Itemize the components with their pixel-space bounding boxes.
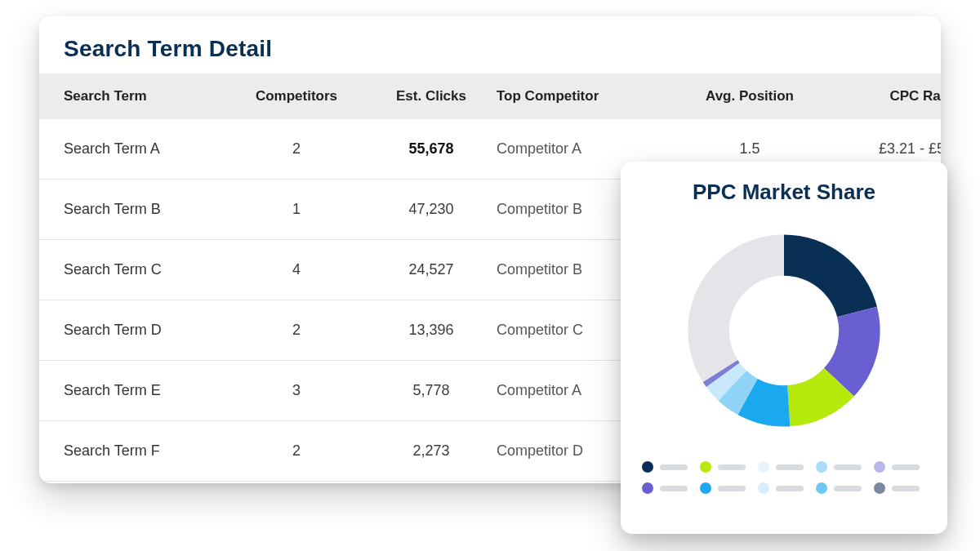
legend-swatch-icon — [700, 482, 711, 494]
cell-search-term: Search Term C — [64, 261, 227, 278]
legend-item[interactable] — [758, 461, 810, 473]
cell-competitors: 2 — [227, 442, 366, 460]
cell-competitors: 3 — [227, 382, 366, 399]
donut-slice — [784, 234, 877, 317]
cell-cpc-range: £3.21 - £5.84 — [823, 140, 941, 158]
table-header-row: Search Term Competitors Est. Clicks Top … — [39, 73, 941, 119]
legend-label-placeholder — [892, 464, 920, 470]
cell-est-clicks: 47,230 — [366, 201, 497, 218]
legend-label-placeholder — [776, 486, 804, 491]
legend-item[interactable] — [642, 461, 694, 473]
legend-item[interactable] — [700, 482, 752, 494]
legend-swatch-icon — [758, 482, 769, 494]
col-header-top-competitor: Top Competitor — [497, 88, 676, 104]
chart-legend — [637, 461, 931, 494]
cell-search-term: Search Term A — [64, 140, 227, 158]
legend-item[interactable] — [758, 482, 810, 494]
page-title: Search Term Detail — [39, 36, 941, 73]
legend-row — [642, 461, 926, 473]
chart-title: PPC Market Share — [693, 180, 875, 205]
legend-item[interactable] — [642, 482, 694, 494]
cell-search-term: Search Term F — [64, 442, 227, 460]
donut-slice — [688, 234, 784, 382]
cell-est-clicks: 55,678 — [366, 140, 497, 158]
donut-chart — [670, 216, 898, 445]
col-header-avg-position: Avg. Position — [676, 88, 823, 104]
legend-label-placeholder — [776, 464, 804, 470]
cell-est-clicks: 24,527 — [366, 261, 497, 278]
cell-competitors: 2 — [227, 140, 366, 158]
legend-label-placeholder — [892, 486, 920, 491]
legend-row — [642, 482, 926, 494]
cell-est-clicks: 2,273 — [366, 442, 497, 460]
cell-competitors: 4 — [227, 261, 366, 278]
col-header-competitors: Competitors — [227, 88, 366, 104]
legend-label-placeholder — [834, 486, 862, 491]
legend-item[interactable] — [700, 461, 752, 473]
legend-swatch-icon — [874, 461, 885, 473]
legend-swatch-icon — [816, 461, 827, 473]
cell-competitors: 1 — [227, 201, 366, 218]
cell-search-term: Search Term D — [64, 322, 227, 339]
legend-label-placeholder — [660, 486, 688, 491]
legend-item[interactable] — [874, 482, 926, 494]
legend-label-placeholder — [660, 464, 688, 470]
legend-swatch-icon — [642, 482, 653, 494]
legend-label-placeholder — [718, 486, 746, 491]
legend-item[interactable] — [874, 461, 926, 473]
legend-item[interactable] — [816, 461, 868, 473]
legend-swatch-icon — [874, 482, 885, 494]
col-header-est-clicks: Est. Clicks — [366, 88, 497, 104]
cell-est-clicks: 13,396 — [366, 322, 497, 339]
cell-est-clicks: 5,778 — [366, 382, 497, 399]
legend-item[interactable] — [816, 482, 868, 494]
col-header-cpc-range: CPC Range — [823, 88, 941, 104]
cell-search-term: Search Term B — [64, 201, 227, 218]
ppc-market-share-card: PPC Market Share — [621, 162, 947, 534]
legend-swatch-icon — [700, 461, 711, 473]
col-header-search-term: Search Term — [64, 88, 227, 104]
cell-search-term: Search Term E — [64, 382, 227, 399]
legend-swatch-icon — [642, 461, 653, 473]
legend-label-placeholder — [834, 464, 862, 470]
legend-label-placeholder — [718, 464, 746, 470]
legend-swatch-icon — [758, 461, 769, 473]
cell-top-competitor: Competitor A — [497, 140, 676, 158]
legend-swatch-icon — [816, 482, 827, 494]
cell-avg-position: 1.5 — [676, 140, 823, 158]
cell-competitors: 2 — [227, 322, 366, 339]
